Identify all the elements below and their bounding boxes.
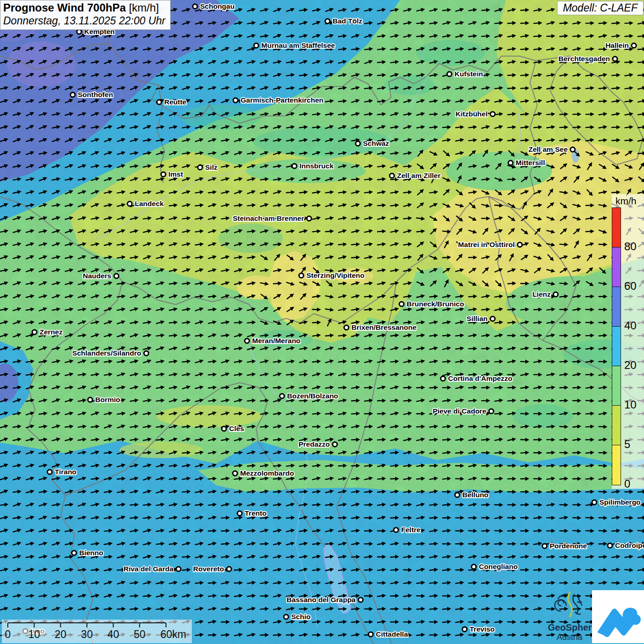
scalebar-label: 60km xyxy=(161,628,186,641)
scalebar-label: 20 xyxy=(55,628,67,641)
legend-color-segment xyxy=(612,406,621,445)
legend-unit-label: km/h xyxy=(612,194,644,207)
scalebar-label: 50 xyxy=(134,628,146,641)
legend-color-segment xyxy=(612,287,621,327)
legend-label: 0 xyxy=(624,477,630,490)
geosphere-logo: GeoSphere Austria xyxy=(548,590,591,644)
geosphere-org-name: GeoSphere xyxy=(548,622,591,632)
scalebar-label: 40 xyxy=(107,628,119,641)
legend-color-segment xyxy=(612,366,621,406)
forecast-datetime: Donnerstag, 13.11.2025 22:00 Uhr xyxy=(3,15,166,27)
wind-speed-map xyxy=(0,0,644,644)
title-parameter: Prognose Wind 700hPa xyxy=(3,1,126,14)
legend-color-segment xyxy=(612,208,621,247)
legend-label: 10 xyxy=(624,398,637,411)
legend-color-segment xyxy=(612,247,621,287)
legend-label: 5 xyxy=(624,438,630,451)
scalebar-label: 0 xyxy=(5,628,11,641)
legend: km/h 806040201050 xyxy=(612,194,644,489)
map-title-box: Prognose Wind 700hPa [km/h] Donnerstag, … xyxy=(0,0,171,30)
legend-label: 40 xyxy=(624,319,637,332)
legend-color-segment xyxy=(612,445,621,485)
geosphere-contour-icon xyxy=(554,590,585,621)
legend-label: 20 xyxy=(624,359,637,372)
legend-color-segment xyxy=(612,327,621,366)
model-label: Modell: C-LAEF xyxy=(557,1,644,15)
weather-map-page: SchongauBad TölzKemptenMurnau am Staffel… xyxy=(0,0,644,644)
legend-color-bar xyxy=(612,207,621,485)
scalebar-label: 30 xyxy=(81,628,93,641)
page-title: Prognose Wind 700hPa [km/h] xyxy=(3,1,166,14)
geosphere-country: Austria xyxy=(548,632,591,642)
distance-scalebar: 0102030405060km xyxy=(2,620,192,643)
legend-label: 80 xyxy=(624,240,637,253)
legend-label: 60 xyxy=(624,280,637,293)
mountain-cloud-icon xyxy=(592,590,644,643)
scalebar-label: 10 xyxy=(29,628,40,641)
partner-logo-box xyxy=(592,590,644,643)
title-unit: [km/h] xyxy=(126,1,159,14)
